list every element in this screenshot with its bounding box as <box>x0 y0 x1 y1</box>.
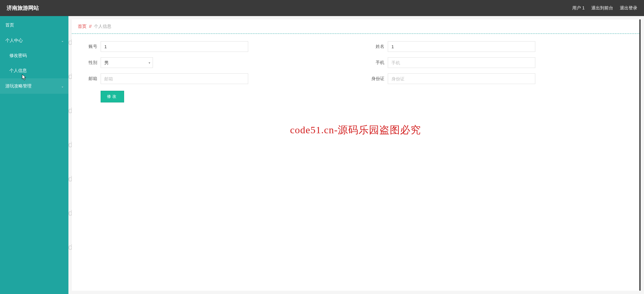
sidebar-item-personal-center[interactable]: 个人中心 ⌄ <box>0 33 68 48</box>
phone-label: 手机 <box>369 60 388 66</box>
idcard-label: 身份证 <box>369 76 388 82</box>
email-label: 邮箱 <box>82 76 101 82</box>
sidebar-item-personal-info[interactable]: 个人信息 <box>0 63 68 78</box>
logout-front-link[interactable]: 退出到前台 <box>591 5 613 11</box>
main-panel: 首页 // 个人信息 账号 姓名 性别 <box>72 19 641 291</box>
watermark-center: code51.cn-源码乐园盗图必究 <box>290 123 421 137</box>
breadcrumb-sep: // <box>89 24 92 29</box>
breadcrumb-home[interactable]: 首页 <box>78 24 87 29</box>
name-input[interactable] <box>388 41 535 52</box>
sidebar-item-label: 个人中心 <box>5 38 23 43</box>
phone-input[interactable] <box>388 57 535 68</box>
gender-label: 性别 <box>82 60 101 66</box>
submit-button[interactable]: 修改 <box>101 91 124 102</box>
gender-select[interactable]: 男 <box>101 57 153 68</box>
breadcrumb: 首页 // 个人信息 <box>72 19 639 34</box>
brand-title: 济南旅游网站 <box>7 5 39 12</box>
account-input[interactable] <box>101 41 248 52</box>
chevron-icon: ⌄ <box>61 84 64 88</box>
email-input[interactable] <box>101 73 248 84</box>
sidebar-item-guide-manage[interactable]: 游玩攻略管理 ⌄ <box>0 78 68 94</box>
sidebar-item-label: 游玩攻略管理 <box>5 83 32 88</box>
user-label[interactable]: 用户 1 <box>572 5 585 11</box>
name-label: 姓名 <box>369 44 388 50</box>
sidebar: 首页 个人中心 ⌄ 修改密码 个人信息 游玩攻略管理 ⌄ <box>0 16 68 294</box>
logout-link[interactable]: 退出登录 <box>620 5 637 11</box>
sidebar-item-change-password[interactable]: 修改密码 <box>0 48 68 63</box>
sidebar-item-home[interactable]: 首页 <box>0 17 68 33</box>
chevron-icon: ⌄ <box>61 39 64 43</box>
header-right: 用户 1 退出到前台 退出登录 <box>572 5 637 11</box>
form-area: 账号 姓名 性别 男 ▾ <box>72 34 639 115</box>
account-label: 账号 <box>82 44 101 50</box>
idcard-input[interactable] <box>388 73 535 84</box>
top-header: 济南旅游网站 用户 1 退出到前台 退出登录 <box>0 0 644 16</box>
breadcrumb-current: 个人信息 <box>94 24 111 29</box>
